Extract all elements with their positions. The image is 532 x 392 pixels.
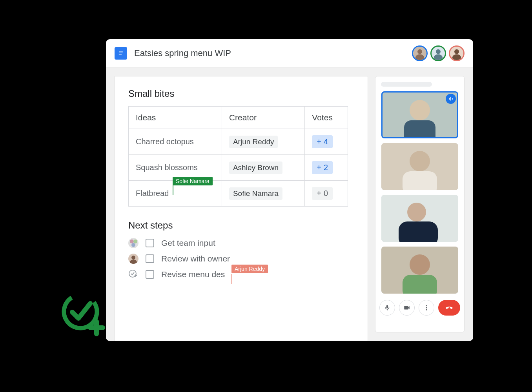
task-text[interactable]: Revise menu des <box>161 270 225 279</box>
svg-point-27 <box>410 151 430 171</box>
svg-rect-3 <box>119 54 122 54</box>
table-row[interactable]: Flatbread Sofie Namara Sofie Namara +0 <box>129 181 348 207</box>
body: Small bites Ideas Creator Votes Charred … <box>106 67 473 341</box>
svg-point-30 <box>407 203 426 221</box>
assign-task-icon[interactable] <box>128 269 138 279</box>
task-row[interactable]: Get team input <box>128 238 354 248</box>
presence-strip <box>412 45 465 61</box>
votes-cell[interactable]: +2 <box>305 155 348 181</box>
collaborator-cursor: Sofie Namara <box>173 176 213 185</box>
checkmark-plus-badge-icon <box>59 290 106 337</box>
ideas-table[interactable]: Ideas Creator Votes Charred octopus Arju… <box>128 106 348 207</box>
vote-count: 4 <box>324 137 328 146</box>
svg-point-33 <box>410 254 430 275</box>
hangup-icon <box>445 303 454 312</box>
creator-cell[interactable]: Ashley Brown <box>222 155 304 181</box>
presence-avatar[interactable] <box>412 45 428 61</box>
assignee-avatar[interactable] <box>128 254 138 264</box>
svg-rect-24 <box>450 97 451 100</box>
svg-rect-34 <box>403 275 437 294</box>
task-text[interactable]: Get team input <box>161 238 215 248</box>
svg-point-5 <box>417 49 422 54</box>
collaborator-cursor: Arjun Reddy <box>231 265 268 272</box>
meet-video-tile[interactable] <box>381 195 458 242</box>
more-vertical-icon <box>423 304 430 311</box>
svg-rect-28 <box>403 171 437 190</box>
meet-panel <box>375 76 465 332</box>
camera-button[interactable] <box>399 300 415 316</box>
vote-chip[interactable]: +4 <box>312 135 333 148</box>
task-text[interactable]: Review with owner <box>161 254 230 263</box>
idea-cell[interactable]: Charred octopus <box>129 129 222 155</box>
mic-icon <box>384 304 391 311</box>
votes-cell[interactable]: +4 <box>305 129 348 155</box>
cursor-caret <box>173 185 173 195</box>
svg-point-36 <box>426 307 427 309</box>
col-creator[interactable]: Creator <box>222 107 304 129</box>
vote-chip[interactable]: +0 <box>312 187 333 200</box>
svg-point-8 <box>436 49 441 54</box>
document-page[interactable]: Small bites Ideas Creator Votes Charred … <box>115 76 368 341</box>
presence-avatar[interactable] <box>449 45 465 61</box>
svg-rect-25 <box>452 98 453 100</box>
col-votes[interactable]: Votes <box>305 107 348 129</box>
creator-cell[interactable]: Arjun Reddy <box>222 129 304 155</box>
meet-video-tile[interactable] <box>381 143 458 190</box>
presence-avatar[interactable] <box>430 45 446 61</box>
task-checkbox[interactable] <box>146 254 154 263</box>
votes-cell[interactable]: +0 <box>305 181 348 207</box>
table-row[interactable]: Squash blossoms Ashley Brown +2 <box>129 155 348 181</box>
idea-text[interactable]: Flatbread <box>136 189 169 198</box>
checklist: Get team input Review with owner <box>128 238 354 279</box>
svg-point-11 <box>454 49 459 54</box>
svg-point-19 <box>129 270 136 277</box>
cursor-flag: Sofie Namara <box>173 177 213 185</box>
svg-point-15 <box>131 243 135 247</box>
cursor-flag: Arjun Reddy <box>231 265 268 273</box>
task-checkbox[interactable] <box>146 270 154 279</box>
svg-rect-31 <box>399 221 438 242</box>
task-row[interactable]: Review with owner <box>128 254 354 264</box>
creator-chip[interactable]: Sofie Namara <box>229 187 282 200</box>
svg-point-14 <box>133 240 137 243</box>
svg-rect-1 <box>119 51 123 52</box>
plus-icon: + <box>317 137 321 146</box>
document-title[interactable]: Eatsies spring menu WIP <box>134 48 405 58</box>
vote-count: 0 <box>324 189 328 198</box>
plus-icon: + <box>317 163 321 172</box>
table-row[interactable]: Charred octopus Arjun Reddy +4 <box>129 129 348 155</box>
docs-app-icon <box>115 47 127 60</box>
cursor-caret <box>231 274 232 284</box>
more-options-button[interactable] <box>419 300 434 316</box>
assignee-group-icon[interactable] <box>128 238 138 248</box>
mic-button[interactable] <box>379 300 395 316</box>
speaking-indicator-icon <box>446 94 456 104</box>
meet-video-tile[interactable] <box>381 247 458 294</box>
svg-rect-23 <box>449 98 450 100</box>
creator-chip[interactable]: Arjun Reddy <box>229 136 278 148</box>
svg-point-17 <box>131 256 135 260</box>
meet-title-placeholder <box>381 82 432 87</box>
svg-point-35 <box>426 305 427 306</box>
heading-small-bites[interactable]: Small bites <box>128 88 354 99</box>
task-checkbox[interactable] <box>146 239 154 247</box>
header-bar: Eatsies spring menu WIP <box>106 39 473 67</box>
plus-icon: + <box>317 189 321 198</box>
idea-cell[interactable]: Flatbread Sofie Namara <box>129 181 222 207</box>
task-row[interactable]: Revise menu des Arjun Reddy <box>128 269 354 279</box>
docs-window: Eatsies spring menu WIP Small bites Idea… <box>106 39 473 341</box>
hangup-button[interactable] <box>438 300 460 316</box>
svg-rect-22 <box>404 120 435 138</box>
col-ideas[interactable]: Ideas <box>129 107 222 129</box>
vote-chip[interactable]: +2 <box>312 161 333 174</box>
vote-count: 2 <box>324 163 328 172</box>
heading-next-steps[interactable]: Next steps <box>128 220 354 231</box>
document-scroll-area[interactable]: Small bites Ideas Creator Votes Charred … <box>106 67 368 341</box>
meet-video-tile[interactable] <box>381 91 458 138</box>
svg-rect-2 <box>119 53 123 53</box>
svg-point-21 <box>410 100 430 120</box>
meet-controls <box>379 300 460 316</box>
svg-point-37 <box>426 309 427 310</box>
creator-chip[interactable]: Ashley Brown <box>229 162 282 174</box>
creator-cell[interactable]: Sofie Namara <box>222 181 304 207</box>
